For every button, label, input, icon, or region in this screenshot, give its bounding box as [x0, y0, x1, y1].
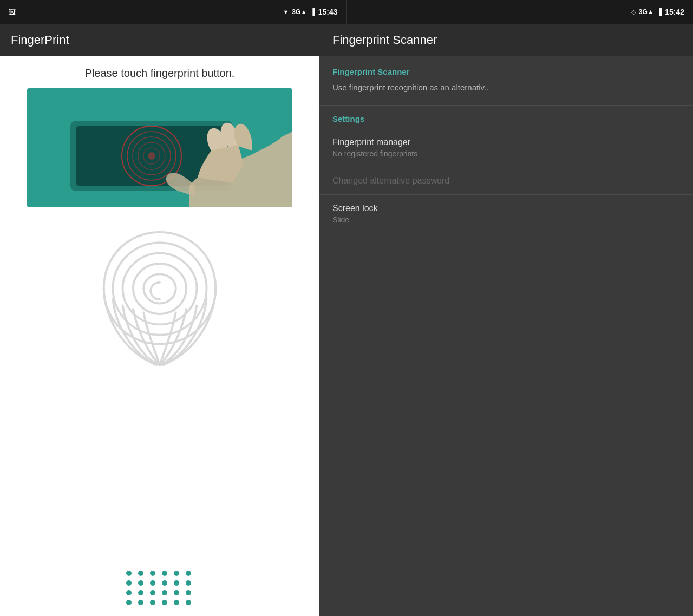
screen-lock-title: Screen lock — [332, 204, 680, 213]
scanner-section-header: Fingerprint Scanner — [319, 56, 693, 82]
left-signal-label: 3G▲ — [292, 8, 307, 16]
dot-2 — [138, 571, 143, 576]
dots-pattern — [126, 571, 193, 616]
dot-1 — [126, 571, 132, 576]
illustration-svg — [27, 88, 292, 207]
dot-6 — [186, 571, 191, 576]
dot-14 — [138, 590, 143, 595]
settings-list: Fingerprint Scanner Use fingerprint reco… — [319, 56, 693, 616]
dot-3 — [150, 571, 155, 576]
right-app-bar: Fingerprint Scanner — [319, 24, 693, 56]
status-bars: 🖼 ▼ 3G▲ ▐ 15:43 ◇ 3G▲ ▐ 15:42 — [0, 0, 693, 24]
scanner-description: Use fingerprint recognition as an altern… — [319, 82, 693, 106]
right-status-bar: ◇ 3G▲ ▐ 15:42 — [346, 0, 694, 24]
fingerprint-illustration — [27, 88, 292, 207]
left-app-bar: FingerPrint — [0, 24, 319, 56]
dot-18 — [186, 590, 191, 595]
left-app-title: FingerPrint — [11, 33, 69, 47]
left-time: 15:43 — [318, 8, 338, 16]
screen-lock-subtitle: Slide — [332, 215, 680, 224]
right-panel: Fingerprint Scanner Fingerprint Scanner … — [319, 24, 693, 616]
dot-11 — [174, 580, 179, 586]
right-time: 15:42 — [665, 8, 684, 16]
dot-17 — [174, 590, 179, 595]
instruction-text: Please touch fingerprint button. — [85, 56, 235, 88]
dot-23 — [174, 600, 179, 605]
left-status-icons: ▼ 3G▲ ▐ 15:43 — [283, 8, 337, 16]
dot-24 — [186, 600, 191, 605]
dot-13 — [126, 590, 132, 595]
dot-15 — [150, 590, 155, 595]
dot-20 — [138, 600, 143, 605]
fingerprint-manager-subtitle: No registered fingerprints — [332, 149, 680, 158]
dot-4 — [162, 571, 167, 576]
dot-7 — [126, 580, 132, 586]
dot-9 — [150, 580, 155, 586]
left-panel-body: Please touch fingerprint button. — [0, 56, 319, 616]
dot-8 — [138, 580, 143, 586]
dot-21 — [150, 600, 155, 605]
settings-category-header: Settings — [319, 106, 693, 129]
left-status-bar: 🖼 ▼ 3G▲ ▐ 15:43 — [0, 0, 346, 24]
fingerprint-manager-title: Fingerprint manager — [332, 137, 680, 147]
main-content: FingerPrint Please touch fingerprint but… — [0, 24, 693, 616]
right-battery-icon: ▐ — [657, 8, 662, 16]
svg-point-8 — [148, 152, 155, 160]
alt-password-item[interactable]: Changed alternative password — [319, 167, 693, 195]
right-app-title: Fingerprint Scanner — [332, 33, 437, 47]
dot-22 — [162, 600, 167, 605]
dot-10 — [162, 580, 167, 586]
left-panel: FingerPrint Please touch fingerprint but… — [0, 24, 319, 616]
dot-19 — [126, 600, 132, 605]
left-notification-icon: 🖼 — [9, 8, 16, 16]
fingerprint-outline-icon — [89, 218, 230, 386]
left-wifi-icon: ▼ — [283, 9, 289, 15]
dot-5 — [174, 571, 179, 576]
screen-lock-item[interactable]: Screen lock Slide — [319, 195, 693, 233]
right-status-icons: ◇ 3G▲ ▐ 15:42 — [631, 8, 684, 16]
left-battery-icon: ▐ — [310, 8, 315, 16]
right-signal-label: 3G▲ — [639, 8, 654, 16]
fingerprint-manager-item[interactable]: Fingerprint manager No registered finger… — [319, 129, 693, 167]
dot-12 — [186, 580, 191, 586]
right-wifi-icon: ◇ — [631, 9, 636, 16]
alt-password-placeholder: Changed alternative password — [332, 176, 680, 186]
dot-16 — [162, 590, 167, 595]
